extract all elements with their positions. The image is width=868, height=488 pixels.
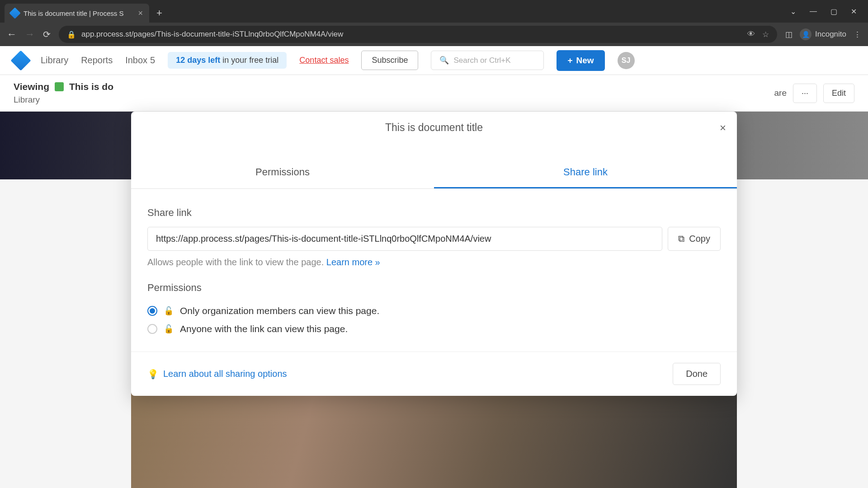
- modal-backdrop: This is document title × Permissions Sha…: [0, 112, 868, 488]
- inbox-label: Inbox: [125, 55, 147, 66]
- doc-title: This is do: [69, 81, 113, 92]
- radio-label-anyone: Anyone with the link can view this page.: [180, 324, 348, 334]
- new-button[interactable]: + New: [557, 50, 604, 71]
- bulb-icon: 💡: [147, 369, 159, 380]
- forward-icon: →: [25, 28, 35, 40]
- app-header: Library Reports Inbox 5 12 days left in …: [0, 46, 868, 75]
- browser-tab-strip: This is document title | Process S × + ⌄…: [0, 0, 868, 23]
- new-tab-button[interactable]: +: [149, 4, 170, 23]
- close-tab-icon[interactable]: ×: [138, 9, 143, 18]
- content-area: This is document title × Permissions Sha…: [0, 112, 868, 488]
- breadcrumb[interactable]: Library: [14, 95, 113, 105]
- learn-sharing-link[interactable]: 💡 Learn about all sharing options: [147, 369, 287, 380]
- star-icon[interactable]: ☆: [762, 30, 769, 39]
- reload-icon[interactable]: ⟳: [43, 29, 51, 40]
- chevron-down-icon[interactable]: ⌄: [790, 7, 796, 16]
- incognito-badge: 👤 Incognito: [800, 28, 846, 40]
- share-visible[interactable]: are: [774, 88, 786, 98]
- browser-tab[interactable]: This is document title | Process S ×: [5, 4, 149, 23]
- radio-option-org[interactable]: 🔓 Only organization members can view thi…: [147, 302, 721, 320]
- nav-reports[interactable]: Reports: [81, 55, 113, 66]
- copy-icon: ⧉: [678, 234, 684, 244]
- sub-header: Viewing This is do Library Share are ···…: [0, 75, 868, 112]
- window-controls: ⌄ — ▢ ✕: [790, 7, 868, 16]
- radio-unchecked-icon: [147, 324, 157, 334]
- copy-label: Copy: [689, 234, 710, 244]
- incognito-icon: 👤: [800, 28, 811, 40]
- done-button[interactable]: Done: [673, 363, 721, 385]
- permissions-label: Permissions: [147, 282, 721, 294]
- contact-sales-link[interactable]: Contact sales: [299, 56, 349, 65]
- learn-sharing-label: Learn about all sharing options: [163, 369, 287, 379]
- help-text: Allows people with the link to view the …: [147, 257, 326, 267]
- address-bar[interactable]: 🔒 app.process.st/pages/This-is-document-…: [59, 26, 777, 43]
- radio-label-org: Only organization members can view this …: [180, 305, 379, 316]
- app-logo-icon[interactable]: [10, 50, 31, 70]
- search-icon: 🔍: [439, 56, 449, 65]
- subscribe-button[interactable]: Subscribe: [361, 51, 418, 70]
- lock-icon: 🔒: [67, 30, 76, 39]
- share-link-label: Share link: [147, 207, 721, 219]
- new-label: New: [576, 56, 594, 66]
- nav-library[interactable]: Library: [41, 55, 68, 66]
- document-icon: [55, 82, 64, 91]
- tab-title: This is document title | Process S: [24, 9, 123, 17]
- modal-tabs: Permissions Share link: [131, 157, 737, 189]
- eye-off-icon[interactable]: 👁: [747, 30, 755, 39]
- learn-more-link[interactable]: Learn more »: [326, 257, 380, 267]
- copy-button[interactable]: ⧉ Copy: [668, 227, 721, 251]
- nav-inbox[interactable]: Inbox 5: [125, 55, 155, 66]
- tab-share-link[interactable]: Share link: [434, 157, 737, 188]
- edit-button[interactable]: Edit: [823, 84, 854, 103]
- minimize-icon[interactable]: —: [810, 7, 817, 16]
- viewing-label: Viewing: [14, 81, 49, 92]
- maximize-icon[interactable]: ▢: [830, 7, 837, 16]
- back-icon[interactable]: ←: [7, 28, 17, 40]
- incognito-label: Incognito: [815, 30, 846, 39]
- inbox-count: 5: [150, 55, 155, 66]
- search-placeholder: Search or Ctrl+K: [453, 56, 510, 65]
- close-window-icon[interactable]: ✕: [851, 7, 857, 16]
- tab-permissions[interactable]: Permissions: [131, 157, 434, 188]
- lock-open-icon: 🔓: [164, 324, 174, 334]
- share-modal: This is document title × Permissions Sha…: [131, 112, 737, 396]
- more-button[interactable]: ···: [793, 84, 817, 103]
- share-link-input[interactable]: [147, 227, 662, 251]
- extensions-icon[interactable]: ◫: [785, 30, 793, 39]
- trial-suffix: in your free trial: [220, 56, 278, 65]
- radio-checked-icon: [147, 306, 157, 316]
- modal-title: This is document title: [385, 122, 483, 133]
- trial-banner: 12 days left in your free trial: [168, 52, 287, 69]
- trial-days: 12 days left: [176, 56, 220, 65]
- lock-closed-icon: 🔓: [164, 306, 174, 316]
- close-icon[interactable]: ×: [720, 122, 726, 134]
- url-text: app.process.st/pages/This-is-document-ti…: [81, 30, 343, 39]
- search-input[interactable]: 🔍 Search or Ctrl+K: [431, 51, 544, 70]
- menu-icon[interactable]: ⋮: [854, 30, 861, 39]
- url-bar: ← → ⟳ 🔒 app.process.st/pages/This-is-doc…: [0, 23, 868, 46]
- plus-icon: +: [567, 56, 572, 66]
- avatar[interactable]: SJ: [618, 52, 635, 69]
- favicon-icon: [9, 7, 20, 19]
- radio-option-anyone[interactable]: 🔓 Anyone with the link can view this pag…: [147, 320, 721, 338]
